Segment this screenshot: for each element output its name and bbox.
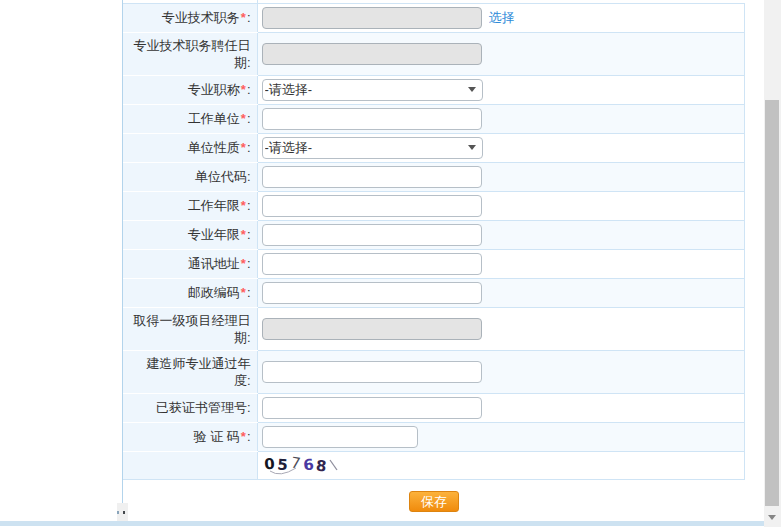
row-field-captcha-code xyxy=(257,422,745,451)
unit-type-select-wrap: -请选择- xyxy=(262,137,483,159)
row-field-professional-tech-position: 选择 xyxy=(257,3,745,32)
form-row-mailing-address: 通讯地址*: xyxy=(123,249,745,278)
required-asterisk: * xyxy=(241,10,246,25)
form-row-first-class-pm-date: 取得一级项目经理日 期: xyxy=(123,307,745,350)
row-label-unit-type: 单位性质*: xyxy=(123,133,257,162)
first-class-pm-date-input xyxy=(262,318,482,340)
row-label-constructor-major-pass-year: 建造师专业通过年 度: xyxy=(123,350,257,393)
unit-type-select[interactable]: -请选择- xyxy=(262,137,483,159)
row-label-postal-code: 邮政编码*: xyxy=(123,278,257,307)
label-colon: : xyxy=(247,140,251,155)
form-row-postal-code: 邮政编码*: xyxy=(123,278,745,307)
row-label-work-years: 工作年限*: xyxy=(123,191,257,220)
label-text: 邮政编码 xyxy=(188,285,240,300)
professional-years-input[interactable] xyxy=(262,224,482,246)
row-field-professional-years xyxy=(257,220,745,249)
required-asterisk: * xyxy=(241,429,246,444)
label-text: 专业职称 xyxy=(188,82,240,97)
select-link[interactable]: 选择 xyxy=(489,10,515,25)
label-text: 工作单位 xyxy=(188,111,240,126)
required-asterisk: * xyxy=(241,111,246,126)
required-asterisk: * xyxy=(241,82,246,97)
label-text: 通讯地址 xyxy=(188,256,240,271)
row-label-mailing-address: 通讯地址*: xyxy=(123,249,257,278)
postal-code-input[interactable] xyxy=(262,282,482,304)
form-row-work-unit: 工作单位*: xyxy=(123,104,745,133)
label-text: 取得一级项目经理日 期 xyxy=(134,313,251,345)
row-label-obtained-certificate-number: 已获证书管理号: xyxy=(123,393,257,422)
row-label-professional-tech-position: 专业技术职务*: xyxy=(123,3,257,32)
unit-code-input[interactable] xyxy=(262,166,482,188)
label-colon: : xyxy=(247,330,251,345)
form-row-professional-tech-position: 专业技术职务*:选择 xyxy=(123,3,745,32)
label-text: 专业技术职务 xyxy=(162,10,240,25)
row-field-work-years xyxy=(257,191,745,220)
row-field-obtained-certificate-number xyxy=(257,393,745,422)
required-asterisk: * xyxy=(241,256,246,271)
label-colon: : xyxy=(247,55,251,70)
row-label-captcha-image xyxy=(123,451,257,479)
resize-dot xyxy=(123,511,125,514)
row-label-tech-position-appoint-date: 专业技术职务聘任日 期: xyxy=(123,32,257,75)
required-asterisk: * xyxy=(241,140,246,155)
row-label-professional-years: 专业年限*: xyxy=(123,220,257,249)
form-row-constructor-major-pass-year: 建造师专业通过年 度: xyxy=(123,350,745,393)
label-text: 建造师专业通过年 度 xyxy=(147,356,251,388)
label-colon: : xyxy=(247,285,251,300)
form-row-unit-type: 单位性质*:-请选择- xyxy=(123,133,745,162)
work-years-input[interactable] xyxy=(262,195,482,217)
row-field-work-unit xyxy=(257,104,745,133)
row-field-mailing-address xyxy=(257,249,745,278)
save-button[interactable]: 保存 xyxy=(409,491,459,512)
label-text: 专业年限 xyxy=(188,227,240,242)
resize-handle xyxy=(117,503,128,521)
label-colon: : xyxy=(247,256,251,271)
row-label-first-class-pm-date: 取得一级项目经理日 期: xyxy=(123,307,257,350)
constructor-major-pass-year-input[interactable] xyxy=(262,361,482,383)
scrollbar-down-button[interactable] xyxy=(764,511,781,525)
form-row-obtained-certificate-number: 已获证书管理号: xyxy=(123,393,745,422)
row-label-work-unit: 工作单位*: xyxy=(123,104,257,133)
scrollbar-thumb[interactable] xyxy=(765,100,779,506)
page: 专业技术职务*:选择专业技术职务聘任日 期:专业职称*:-请选择-工作单位*:单… xyxy=(0,0,782,527)
captcha-code-input[interactable] xyxy=(262,426,418,448)
captcha-image[interactable]: 05768 xyxy=(262,455,362,476)
form-row-captcha-code: 验 证 码*: xyxy=(123,422,745,451)
bottom-strip xyxy=(0,521,764,526)
vertical-scrollbar[interactable] xyxy=(764,0,781,527)
label-text: 单位代码 xyxy=(195,169,247,184)
row-label-captcha-code: 验 证 码*: xyxy=(123,422,257,451)
required-asterisk: * xyxy=(241,227,246,242)
label-text: 专业技术职务聘任日 期 xyxy=(134,38,251,70)
row-field-unit-code xyxy=(257,162,745,191)
label-text: 已获证书管理号 xyxy=(156,400,247,415)
required-asterisk: * xyxy=(241,198,246,213)
form-row-captcha-image: 05768 xyxy=(123,451,745,479)
label-colon: : xyxy=(247,82,251,97)
work-unit-input[interactable] xyxy=(262,108,482,130)
label-colon: : xyxy=(247,111,251,126)
row-field-constructor-major-pass-year xyxy=(257,350,745,393)
professional-title-select[interactable]: -请选择- xyxy=(262,79,483,101)
form-row-professional-years: 专业年限*: xyxy=(123,220,745,249)
form-row-professional-title: 专业职称*:-请选择- xyxy=(123,75,745,104)
obtained-certificate-number-input[interactable] xyxy=(262,397,482,419)
label-colon: : xyxy=(247,227,251,242)
label-colon: : xyxy=(247,10,251,25)
mailing-address-input[interactable] xyxy=(262,253,482,275)
row-field-first-class-pm-date xyxy=(257,307,745,350)
row-label-professional-title: 专业职称*: xyxy=(123,75,257,104)
label-colon: : xyxy=(247,198,251,213)
form-actions: 保存 xyxy=(123,491,745,512)
tech-position-appoint-date-input xyxy=(262,43,482,65)
label-colon: : xyxy=(247,169,251,184)
row-field-unit-type: -请选择- xyxy=(257,133,745,162)
captcha-noise xyxy=(262,455,352,477)
required-asterisk: * xyxy=(241,285,246,300)
professional-tech-position-input xyxy=(262,7,482,29)
professional-title-select-wrap: -请选择- xyxy=(262,79,483,101)
row-field-captcha-image: 05768 xyxy=(257,451,745,479)
form-row-tech-position-appoint-date: 专业技术职务聘任日 期: xyxy=(123,32,745,75)
label-text: 单位性质 xyxy=(188,140,240,155)
row-field-tech-position-appoint-date xyxy=(257,32,745,75)
